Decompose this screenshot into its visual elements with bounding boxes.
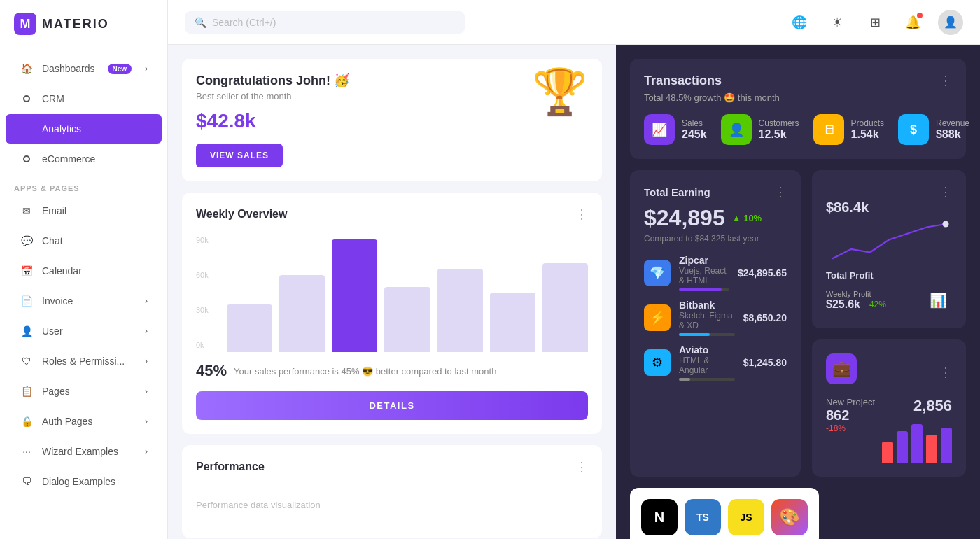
- sidebar-item-email[interactable]: ✉ Email: [6, 196, 162, 225]
- weekly-overview-card: Weekly Overview ⋮ 90k 60k 30k 0k: [182, 192, 602, 434]
- dialog-icon: 🗨: [20, 475, 34, 489]
- sidebar-item-label: Calendar: [42, 265, 82, 276]
- sidebar-item-label: Email: [42, 205, 66, 216]
- bar-6: [490, 293, 536, 352]
- middle-row: Total Earning ⋮ $24,895 ▲ 10% Compared t…: [630, 170, 966, 477]
- profit-label: Total Profit: [826, 270, 952, 281]
- deposit-section: Deposit View All: [830, 488, 966, 539]
- sidebar: M MATERIO 🏠 Dashboards New › CRM Analyti…: [0, 0, 168, 539]
- earning-menu-icon[interactable]: ⋮: [774, 184, 787, 200]
- bottom-row: N TS JS 🎨 Withdraw View All Deposit View…: [630, 488, 966, 539]
- weekly-profit-value: $25.6k: [826, 298, 860, 311]
- sidebar-item-analytics[interactable]: Analytics: [6, 114, 162, 144]
- mini-bar-1: [882, 442, 893, 463]
- sidebar-item-auth[interactable]: 🔒 Auth Pages ›: [6, 407, 162, 436]
- aviato-progress: [679, 378, 690, 381]
- bitbank-sub: Sketch, Figma & XD: [679, 311, 735, 330]
- zipcar-amount: $24,895.65: [738, 267, 787, 279]
- chat-icon: 💬: [20, 234, 34, 248]
- sidebar-item-pages[interactable]: 📋 Pages ›: [6, 377, 162, 406]
- congrats-card: Congratulations John! 🥳 Best seller of t…: [182, 59, 602, 181]
- weekly-profit-label: Weekly Profit: [826, 290, 886, 298]
- sidebar-item-label: Dashboards: [42, 63, 95, 74]
- invoice-icon: 📄: [20, 294, 34, 308]
- total-earning-title: Total Earning: [644, 186, 710, 198]
- sidebar-item-wizard[interactable]: ··· Wizard Examples ›: [6, 437, 162, 466]
- brightness-icon[interactable]: ☀: [825, 10, 850, 35]
- mini-bar-5: [941, 428, 952, 463]
- calendar-icon: 📅: [20, 264, 34, 278]
- transactions-menu-icon[interactable]: ⋮: [939, 73, 952, 88]
- earning-list: 💎 Zipcar Vuejs, React & HTML $24,895.65: [644, 255, 787, 381]
- bell-icon[interactable]: 🔔: [900, 10, 925, 35]
- revenue-icon: $: [898, 114, 929, 145]
- total-profit-card: ⋮ $86.4k Total Profit: [812, 170, 966, 328]
- performance-menu-icon[interactable]: ⋮: [575, 459, 588, 475]
- transactions-title: Transactions: [644, 74, 722, 88]
- chevron-icon: ›: [145, 296, 148, 306]
- weekly-desc: Your sales performance is 45% 😎 better c…: [234, 366, 496, 377]
- sidebar-item-dialog[interactable]: 🗨 Dialog Examples: [6, 467, 162, 496]
- translate-icon[interactable]: 🌐: [787, 10, 812, 35]
- new-badge: New: [108, 64, 132, 74]
- sidebar-item-roles[interactable]: 🛡 Roles & Permissi... ›: [6, 346, 162, 376]
- circle-active-icon: [20, 122, 34, 136]
- performance-placeholder: Performance data visualization: [196, 486, 588, 524]
- products-icon: 🖥: [813, 114, 844, 145]
- circle-icon: [20, 92, 34, 106]
- sidebar-item-user[interactable]: 👤 User ›: [6, 316, 162, 346]
- sidebar-item-label: Chat: [42, 235, 63, 246]
- sidebar-item-ecommerce[interactable]: eCommerce: [6, 144, 162, 174]
- total-earning-card: Total Earning ⋮ $24,895 ▲ 10% Compared t…: [630, 170, 801, 477]
- sidebar-item-calendar[interactable]: 📅 Calendar: [6, 256, 162, 286]
- project-number: 2,856: [882, 397, 952, 415]
- content: Congratulations John! 🥳 Best seller of t…: [168, 45, 980, 539]
- pages-icon: 📋: [20, 384, 34, 398]
- stat-sales: 📈 Sales 245k: [644, 114, 707, 145]
- details-button[interactable]: DETAILS: [196, 391, 588, 420]
- bar-4: [384, 287, 430, 353]
- tech-logos-card: N TS JS 🎨: [630, 488, 819, 539]
- performance-title: Performance: [196, 461, 265, 473]
- sidebar-item-label: User: [42, 326, 63, 337]
- sales-icon: 📈: [644, 114, 675, 145]
- earning-pct: ▲ 10%: [732, 213, 762, 223]
- view-sales-button[interactable]: VIEW SALES: [196, 144, 283, 167]
- chevron-icon: ›: [145, 326, 148, 336]
- sidebar-item-chat[interactable]: 💬 Chat: [6, 226, 162, 255]
- congrats-subtitle: Best seller of the month: [196, 91, 532, 102]
- profit-amount: $86.4k: [826, 200, 952, 216]
- congrats-amount: $42.8k: [196, 110, 532, 132]
- y-label-0k: 0k: [196, 341, 209, 349]
- sidebar-item-crm[interactable]: CRM: [6, 84, 162, 113]
- logo-icon: M: [14, 13, 36, 35]
- project-icon: 💼: [826, 354, 857, 384]
- sidebar-item-label: Wizard Examples: [42, 446, 118, 457]
- zipcar-name: Zipcar: [679, 255, 729, 266]
- profit-menu-icon[interactable]: ⋮: [939, 184, 952, 200]
- main-area: 🔍 Search (Ctrl+/) 🌐 ☀ ⊞ 🔔 👤 Congratulati…: [168, 0, 980, 539]
- revenue-value: $88k: [936, 128, 969, 141]
- sidebar-item-invoice[interactable]: 📄 Invoice ›: [6, 286, 162, 316]
- grid-icon[interactable]: ⊞: [862, 10, 888, 35]
- transaction-stats: 📈 Sales 245k 👤 Customers 12.5k: [644, 114, 952, 145]
- bar-7: [542, 263, 588, 353]
- bar-1: [227, 304, 272, 352]
- bar-chart: [196, 233, 588, 352]
- content-right: Transactions ⋮ Total 48.5% growth 🤩 this…: [616, 45, 980, 539]
- sidebar-item-label: Analytics: [42, 123, 81, 134]
- project-menu-icon[interactable]: ⋮: [939, 365, 952, 380]
- weekly-profit-pct: +42%: [864, 300, 886, 309]
- sidebar-item-label: CRM: [42, 93, 64, 104]
- withdraw-section: N TS JS 🎨 Withdraw View All: [630, 488, 819, 539]
- avatar[interactable]: 👤: [938, 10, 963, 35]
- zipcar-icon: 💎: [644, 260, 671, 286]
- search-box[interactable]: 🔍 Search (Ctrl+/): [185, 11, 465, 34]
- stat-products: 🖥 Products 1.54k: [813, 114, 884, 145]
- weekly-percent: 45%: [196, 362, 227, 380]
- mini-bar-3: [911, 424, 923, 463]
- weekly-menu-icon[interactable]: ⋮: [575, 206, 588, 222]
- sidebar-item-dashboards[interactable]: 🏠 Dashboards New ›: [6, 54, 162, 83]
- mini-bar-4: [926, 435, 937, 463]
- earning-item-aviato: ⚙ Aviato HTML & Angular $1,245.80: [644, 344, 787, 381]
